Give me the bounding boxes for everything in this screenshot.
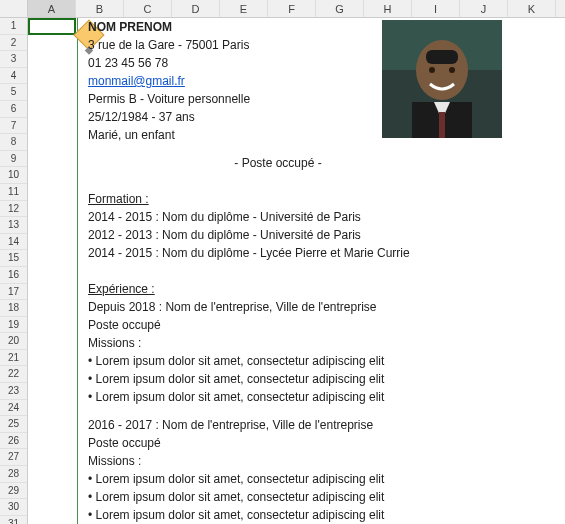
col-header-H[interactable]: H — [364, 0, 412, 17]
column-headers: A B C D E F G H I J K — [0, 0, 565, 18]
exp1-period: Depuis 2018 : Nom de l'entreprise, Ville… — [88, 300, 565, 314]
row-header[interactable]: 30 — [0, 499, 27, 516]
row-header[interactable]: 23 — [0, 383, 27, 400]
row-header[interactable]: 8 — [0, 134, 27, 151]
row-header[interactable]: 3 — [0, 51, 27, 68]
col-header-G[interactable]: G — [316, 0, 364, 17]
select-all-corner[interactable] — [0, 0, 28, 17]
row-header[interactable]: 13 — [0, 217, 27, 234]
col-header-A[interactable]: A — [28, 0, 76, 17]
exp1-missions-h: Missions : — [88, 336, 565, 350]
col-header-C[interactable]: C — [124, 0, 172, 17]
experience-heading: Expérience : — [88, 282, 565, 296]
cv-content: NOM PRENOM 3 rue de la Gare - 75001 Pari… — [88, 18, 565, 524]
row-header[interactable]: 25 — [0, 416, 27, 433]
exp2-missions-h: Missions : — [88, 454, 565, 468]
row-header[interactable]: 27 — [0, 449, 27, 466]
exp2-role: Poste occupé — [88, 436, 565, 450]
row-header[interactable]: 2 — [0, 35, 27, 52]
cv-name: NOM PRENOM — [88, 20, 565, 34]
exp1-bullet: • Lorem ipsum dolor sit amet, consectetu… — [88, 372, 565, 386]
cv-poste-title: - Poste occupé - — [88, 156, 468, 170]
exp1-bullet: • Lorem ipsum dolor sit amet, consectetu… — [88, 390, 565, 404]
formation-heading: Formation : — [88, 192, 565, 206]
exp1-role: Poste occupé — [88, 318, 565, 332]
row-header[interactable]: 6 — [0, 101, 27, 118]
col-header-D[interactable]: D — [172, 0, 220, 17]
formation-item: 2012 - 2013 : Nom du diplôme - Universit… — [88, 228, 565, 242]
row-header[interactable]: 17 — [0, 284, 27, 301]
row-headers: 1 2 3 4 5 6 7 8 9 10 11 12 13 14 15 16 1… — [0, 18, 28, 524]
col-header-K[interactable]: K — [508, 0, 556, 17]
row-header[interactable]: 26 — [0, 433, 27, 450]
col-header-I[interactable]: I — [412, 0, 460, 17]
row-header[interactable]: 1 — [0, 18, 27, 35]
cv-family: Marié, un enfant — [88, 128, 565, 142]
cv-email-link[interactable]: monmail@gmail.fr — [88, 74, 185, 88]
row-header[interactable]: 21 — [0, 350, 27, 367]
row-header[interactable]: 7 — [0, 118, 27, 135]
row-header[interactable]: 11 — [0, 184, 27, 201]
row-header[interactable]: 5 — [0, 84, 27, 101]
row-header[interactable]: 20 — [0, 333, 27, 350]
row-header[interactable]: 19 — [0, 317, 27, 334]
row-header[interactable]: 9 — [0, 151, 27, 168]
spreadsheet: A B C D E F G H I J K 1 2 3 4 5 6 7 8 9 … — [0, 0, 565, 524]
print-margin-line — [77, 18, 78, 524]
row-header[interactable]: 31 — [0, 516, 27, 524]
exp2-bullet: • Lorem ipsum dolor sit amet, consectetu… — [88, 508, 565, 522]
cv-birth: 25/12/1984 - 37 ans — [88, 110, 565, 124]
col-header-F[interactable]: F — [268, 0, 316, 17]
col-header-B[interactable]: B — [76, 0, 124, 17]
row-header[interactable]: 16 — [0, 267, 27, 284]
col-header-J[interactable]: J — [460, 0, 508, 17]
row-header[interactable]: 28 — [0, 466, 27, 483]
cv-license: Permis B - Voiture personnelle — [88, 92, 565, 106]
row-header[interactable]: 10 — [0, 167, 27, 184]
active-cell-A1[interactable] — [28, 18, 76, 35]
cv-address: 3 rue de la Gare - 75001 Paris — [88, 38, 565, 52]
row-header[interactable]: 14 — [0, 234, 27, 251]
row-header[interactable]: 12 — [0, 201, 27, 218]
row-header[interactable]: 24 — [0, 400, 27, 417]
grid-area[interactable]: NOM PRENOM 3 rue de la Gare - 75001 Pari… — [28, 18, 565, 524]
formation-item: 2014 - 2015 : Nom du diplôme - Universit… — [88, 210, 565, 224]
exp2-period: 2016 - 2017 : Nom de l'entreprise, Ville… — [88, 418, 565, 432]
exp1-bullet: • Lorem ipsum dolor sit amet, consectetu… — [88, 354, 565, 368]
row-header[interactable]: 29 — [0, 483, 27, 500]
row-header[interactable]: 4 — [0, 68, 27, 85]
row-header[interactable]: 15 — [0, 250, 27, 267]
formation-item: 2014 - 2015 : Nom du diplôme - Lycée Pie… — [88, 246, 565, 260]
row-header[interactable]: 22 — [0, 366, 27, 383]
col-header-E[interactable]: E — [220, 0, 268, 17]
exp2-bullet: • Lorem ipsum dolor sit amet, consectetu… — [88, 472, 565, 486]
cv-phone: 01 23 45 56 78 — [88, 56, 565, 70]
exp2-bullet: • Lorem ipsum dolor sit amet, consectetu… — [88, 490, 565, 504]
row-header[interactable]: 18 — [0, 300, 27, 317]
